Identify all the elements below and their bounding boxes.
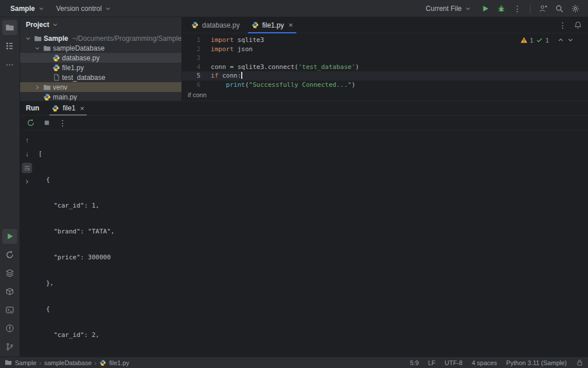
bug-icon [497,4,506,13]
vcs-widget-button[interactable]: Version control [52,3,116,14]
structure-tool-button[interactable] [2,39,17,53]
jump-up-button[interactable]: ↑ [22,135,32,145]
tree-item-label: test_database [62,74,105,82]
editor-breadcrumbs[interactable]: if conn [182,89,588,101]
tab-database-py[interactable]: database.py [185,17,245,33]
editor-area: database.py file1.py × ⋮ 1im [182,17,588,101]
chevron-down-icon[interactable] [24,35,33,42]
cursor-position-widget[interactable]: 5:9 [410,359,419,366]
more-vertical-icon: ⋮ [513,4,521,13]
crumb-file[interactable]: file1.py [109,359,129,366]
run-tab-file1[interactable]: file1 × [48,101,88,115]
indent-widget[interactable]: 4 spaces [471,359,497,366]
tree-item-label: Sample [44,34,68,43]
tree-item-test-database[interactable]: test_database [20,72,181,82]
code-token [211,81,226,89]
version-control-tool-button[interactable] [2,339,17,354]
project-tool-button[interactable] [2,20,17,35]
code-line[interactable]: 2import json [182,45,588,54]
settings-button[interactable] [568,2,582,16]
tab-label: database.py [202,21,239,29]
git-branch-icon [5,342,14,351]
run-panel-title[interactable]: Run [26,104,39,112]
breadcrumb[interactable]: if conn [188,91,206,98]
lock-icon[interactable] [576,359,583,366]
project-panel: Project Sample ~/Documents/Programming/S… [20,17,182,101]
interpreter-widget[interactable]: Python 3.11 (Sample) [506,359,567,366]
console-left-toolbar: ↑ ↓ [20,131,34,356]
code-line[interactable]: 6 print("Successfully Connected...") [182,80,588,89]
line-separator-widget[interactable]: LF [428,359,435,366]
run-tool-button[interactable] [2,229,17,244]
next-problem-chevron-down-icon[interactable] [567,36,574,44]
tree-item-sampledatabase[interactable]: sampleDatabase [20,43,181,53]
tree-item-venv[interactable]: venv [20,82,181,92]
more-tool-windows-button[interactable]: ⋯ [2,57,17,72]
tree-item-label: file1.py [62,64,84,72]
encoding-widget[interactable]: UTF-8 [444,359,462,366]
console-line: "price": 300000 [38,253,588,262]
status-breadcrumbs[interactable]: Sample › sampleDatabase › file1.py [5,359,129,366]
python-console-tool-button[interactable] [2,247,17,262]
debug-button[interactable] [494,2,508,16]
tab-file1-py[interactable]: file1.py × [246,17,299,33]
line-number[interactable]: 6 [182,80,200,89]
notifications-button[interactable] [571,18,585,32]
layers-stack-icon [5,269,14,278]
run-button[interactable] [478,2,492,16]
code-token: ) [355,63,359,71]
run-more-options-button[interactable]: ⋮ [56,116,69,130]
tree-item-sample-root[interactable]: Sample ~/Documents/Programming/Sample [20,33,181,43]
python-packages-tool-button[interactable] [2,284,17,299]
refresh-cycle-icon [5,250,14,259]
code-text: conn = sqlite3.connect('test_database') [200,63,359,72]
crumb-separator: › [39,359,41,366]
project-menu-button[interactable]: Sample [6,3,49,14]
code-line[interactable]: 5if conn: [182,71,588,80]
code-text: print("Successfully Connected...") [200,80,355,89]
code-token: sqlite3 [234,36,264,44]
line-number[interactable]: 5 [182,71,200,80]
tree-item-file1-py[interactable]: file1.py [20,63,181,72]
tree-item-database-py[interactable]: database.py [20,53,181,63]
chevron-down-icon [105,5,111,12]
terminal-tool-button[interactable] [2,302,17,317]
code-editor[interactable]: 1import sqlite32import json34conn = sqli… [182,33,588,89]
line-number[interactable]: 3 [182,53,200,63]
line-number[interactable]: 2 [182,45,200,54]
close-icon[interactable]: × [79,105,84,112]
more-vertical-icon: ⋮ [59,118,67,128]
text-caret [241,72,242,79]
run-console-output[interactable]: [ { "car_id": 1, "brand": "TATA", "price… [34,131,588,356]
project-panel-header[interactable]: Project [20,17,181,32]
code-text: import json [200,45,253,54]
stop-button[interactable] [40,116,53,130]
chevron-right-icon[interactable] [33,84,42,91]
gear-icon [571,4,580,13]
close-icon[interactable]: × [288,21,293,29]
chevron-down-icon[interactable] [33,45,42,52]
code-line[interactable]: 4conn = sqlite3.connect('test_database') [182,63,588,72]
rerun-button[interactable] [24,116,37,130]
python-file-icon [99,359,106,366]
services-tool-button[interactable] [2,266,17,281]
crumb-folder[interactable]: sampleDatabase [44,359,92,366]
inspections-widget[interactable]: 1 1 [520,36,574,44]
console-line: { [38,175,588,184]
line-number[interactable]: 1 [182,36,200,45]
code-with-me-button[interactable] [536,2,550,16]
scroll-to-end-button[interactable] [22,177,32,187]
editor-options-button[interactable]: ⋮ [556,18,570,32]
jump-down-button[interactable]: ↓ [22,149,32,159]
code-line[interactable]: 3 [182,53,588,63]
run-configuration-selector[interactable]: Current File [421,3,476,14]
crumb-project[interactable]: Sample [15,359,36,366]
problems-tool-button[interactable] [2,321,17,336]
more-actions-button[interactable]: ⋮ [510,2,524,16]
search-everywhere-button[interactable] [552,2,566,16]
prev-problem-chevron-up-icon[interactable] [557,36,564,44]
line-number[interactable]: 4 [182,63,200,72]
code-token: "Successfully Connected..." [249,81,351,89]
soft-wrap-button[interactable] [22,163,32,173]
code-token: import [211,45,234,53]
